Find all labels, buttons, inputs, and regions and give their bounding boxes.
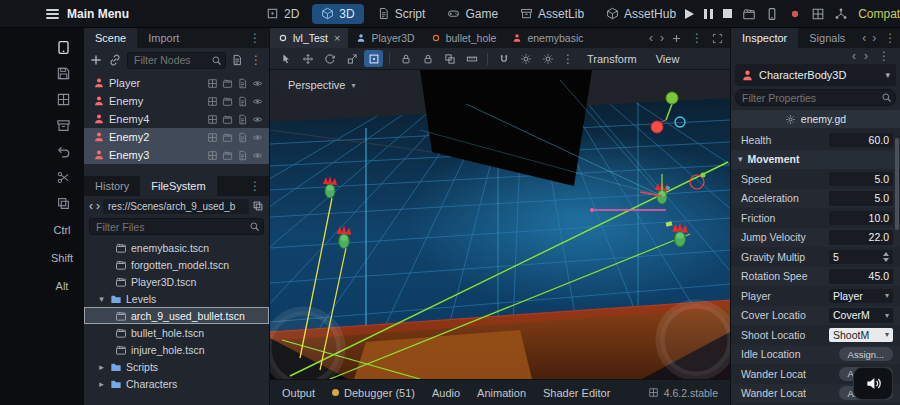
grid-toggle-icon[interactable] [207, 114, 218, 125]
script-icon[interactable] [237, 78, 248, 89]
script-icon[interactable] [237, 150, 248, 161]
film-icon[interactable] [222, 78, 233, 89]
grid-toggle-icon[interactable] [207, 78, 218, 89]
sun-icon[interactable] [516, 50, 535, 67]
clapper-icon[interactable] [742, 7, 756, 21]
volume-overlay-button[interactable] [853, 367, 893, 400]
network-icon[interactable] [834, 7, 848, 21]
workspace-tab-script[interactable]: Script [368, 4, 435, 24]
kebab-menu-icon[interactable]: ⋮ [689, 31, 705, 45]
visibility-eye-icon[interactable] [252, 96, 263, 107]
perspective-dropdown[interactable]: Perspective ▾ [278, 77, 366, 93]
archive-icon[interactable] [51, 113, 75, 137]
visibility-eye-icon[interactable] [252, 78, 263, 89]
property-row-acceleration[interactable]: Acceleration5.0 [731, 189, 900, 209]
script-category-header[interactable]: enemy.gd [731, 110, 900, 128]
environment-icon[interactable] [538, 50, 557, 67]
film-icon[interactable] [222, 114, 233, 125]
workspace-tab-game[interactable]: Game [438, 4, 507, 24]
property-value-field[interactable]: CoverM▾ [829, 308, 893, 323]
property-row-player[interactable]: PlayerPlayer▾ [731, 286, 900, 306]
tab-scene[interactable]: Scene [84, 28, 137, 48]
property-row-cover-locatio[interactable]: Cover LocatioCoverM▾ [731, 306, 900, 326]
script-icon[interactable] [237, 132, 248, 143]
visibility-eye-icon[interactable] [252, 132, 263, 143]
prev-object-icon[interactable]: ‹ [852, 50, 856, 62]
section-header-movement[interactable]: ▾Movement [731, 150, 900, 170]
property-value-field[interactable]: Player▾ [829, 289, 893, 304]
modifier-key-ctrl[interactable]: Ctrl [49, 224, 75, 236]
kebab-menu-icon[interactable]: ⋮ [248, 53, 264, 67]
new-scene-tab-icon[interactable] [671, 33, 682, 44]
modifier-key-shift[interactable]: Shift [49, 252, 75, 264]
file-row-enemybasic-tscn[interactable]: enemybasic.tscn [84, 239, 269, 256]
rotate-tool-icon[interactable] [320, 50, 339, 67]
edited-object-selector[interactable]: CharacterBody3D ▾ [735, 64, 896, 86]
scissors-icon[interactable] [51, 165, 75, 189]
renderer-dropdown[interactable]: Compatibility ▾ [858, 7, 900, 21]
tab-signals[interactable]: Signals [798, 28, 856, 48]
scene-tree-node-enemy2[interactable]: Enemy2 [84, 128, 269, 146]
devices-icon[interactable] [765, 7, 779, 21]
property-value-field[interactable]: 10.0 [829, 211, 893, 226]
copy-path-icon[interactable] [252, 200, 264, 212]
file-row-player3d-tscn[interactable]: Player3D.tscn [84, 273, 269, 290]
view-menu[interactable]: View [648, 53, 688, 65]
add-node-icon[interactable] [89, 53, 103, 67]
property-row-shoot-locatio[interactable]: Shoot LocatioShootM▾ [731, 325, 900, 345]
close-tab-icon[interactable]: × [334, 32, 340, 44]
ruler-icon[interactable] [462, 50, 481, 67]
grid-toggle-icon[interactable] [207, 132, 218, 143]
instance-link-icon[interactable] [108, 53, 122, 67]
snap-icon[interactable] [494, 50, 513, 67]
move-tool-icon[interactable] [298, 50, 317, 67]
scene-tree-node-enemy3[interactable]: Enemy3 [84, 146, 269, 164]
history-back-icon[interactable]: ‹ [862, 32, 866, 44]
scene-tree-node-enemy4[interactable]: Enemy4 [84, 110, 269, 128]
film-icon[interactable] [222, 96, 233, 107]
scene-tab-bullet-hole[interactable]: bullet_hole [423, 28, 505, 48]
property-value-field[interactable]: 5.0 [829, 191, 893, 206]
property-value-field[interactable]: 22.0 [829, 230, 893, 245]
transform-tool-icon[interactable] [364, 50, 383, 67]
property-row-jump-velocity[interactable]: Jump Velocity22.0 [731, 228, 900, 248]
scene-tab-enemybasic[interactable]: enemybasic [504, 28, 591, 48]
stop-button[interactable] [723, 9, 732, 18]
workspace-tab-3d[interactable]: 3D [312, 4, 363, 24]
bottom-panel-tab-output[interactable]: Output [282, 387, 315, 399]
remote-debug-icon[interactable] [788, 7, 802, 21]
file-row-scripts[interactable]: ▸ Scripts [84, 358, 269, 375]
next-object-icon[interactable]: › [864, 50, 868, 62]
group-icon[interactable] [440, 50, 459, 67]
property-value-field[interactable]: ShootM▾ [829, 328, 893, 343]
nav-forward-icon[interactable]: › [96, 200, 100, 212]
main-menu-button[interactable]: Main Menu [67, 7, 129, 21]
property-row-gravity-multip[interactable]: Gravity Multip5 [731, 247, 900, 267]
filter-properties-input[interactable] [735, 89, 896, 106]
file-row-levels[interactable]: ▾ Levels [84, 290, 269, 307]
tab-scroll-left-icon[interactable]: ‹ [649, 32, 653, 44]
bottom-panel-tab-audio[interactable]: Audio [432, 387, 460, 399]
file-row-arch-9-used-bullet-tscn[interactable]: arch_9_used_bullet.tscn [84, 307, 269, 324]
film-icon[interactable] [222, 150, 233, 161]
property-value-field[interactable]: 60.0 [829, 133, 893, 148]
tab-scroll-right-icon[interactable]: › [660, 32, 664, 44]
kebab-menu-icon[interactable]: ⋮ [247, 31, 263, 45]
scrollbar-thumb[interactable] [895, 138, 899, 230]
grid-toggle-icon[interactable] [207, 96, 218, 107]
viewport-3d[interactable]: Perspective ▾ [270, 70, 730, 379]
tree-arrow-icon[interactable]: ▸ [97, 362, 106, 372]
attach-script-icon[interactable] [231, 54, 243, 66]
pause-button[interactable] [704, 9, 713, 19]
file-row-forgotten-model-tscn[interactable]: forgotten_model.tscn [84, 256, 269, 273]
resource-path[interactable]: res://Scenes/arch_9_used_b [103, 199, 249, 214]
modifier-key-alt[interactable]: Alt [49, 280, 75, 292]
workspace-tab-assetlib[interactable]: AssetLib [511, 4, 593, 24]
hamburger-menu-icon[interactable] [46, 7, 59, 21]
transform-menu[interactable]: Transform [579, 53, 645, 65]
filter-files-input[interactable] [89, 218, 264, 235]
assign-button[interactable]: Assign... [839, 347, 893, 361]
film-icon[interactable] [222, 132, 233, 143]
file-row-characters[interactable]: ▸ Characters [84, 375, 269, 392]
tablet-icon[interactable] [51, 35, 75, 59]
